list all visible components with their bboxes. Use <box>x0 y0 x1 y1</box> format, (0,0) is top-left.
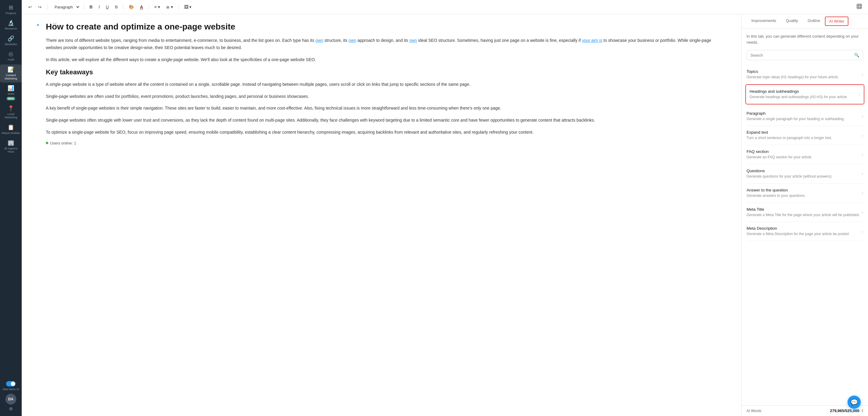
highlight-color-button[interactable]: 🎨 <box>127 3 135 10</box>
right-panel: Improvements Quality Outline AI Writer I… <box>741 14 868 416</box>
list-button[interactable]: ≣ ▾ <box>164 3 175 10</box>
feature-content-answer: Answer to the question Generate answers … <box>747 188 806 198</box>
paragraph-7-block: p To optimize a single-page website for … <box>46 129 727 136</box>
chevron-right-topics: › <box>862 72 863 77</box>
tab-outline[interactable]: Outline <box>803 14 825 28</box>
chevron-right-meta-description: › <box>862 229 863 234</box>
feature-item-paragraph[interactable]: Paragraph Generate a single paragraph fo… <box>747 107 863 126</box>
paragraph-3-block: p A single-page website is a type of web… <box>46 81 727 88</box>
feature-title-meta-description: Meta Description <box>747 226 849 231</box>
align-button[interactable]: ≡ ▾ <box>153 3 162 10</box>
info-icon[interactable]: ℹ <box>862 409 863 413</box>
feature-item-answer[interactable]: Answer to the question Generate answers … <box>747 184 863 203</box>
paragraph-5-block: p A key benefit of single-page websites … <box>46 105 727 112</box>
paragraph-2-block: p In this article, we will explore all t… <box>46 56 727 64</box>
sidebar-item-label: SMM <box>7 92 14 96</box>
feature-item-faq[interactable]: FAQ section Generate an FAQ section for … <box>747 145 863 164</box>
sidebar-item-smm[interactable]: 📊 SMM Beta <box>0 83 22 102</box>
ai-words-count: 279,965/525,000 ℹ <box>830 409 863 413</box>
feature-item-expand-text[interactable]: Expand text Turn a short sentence or par… <box>747 126 863 145</box>
sidebar-item-agency-pack[interactable]: 🏢 @ Agency Pack <box>0 138 22 156</box>
feature-desc-topics: Generate topic ideas (H1 headings) for y… <box>747 75 839 80</box>
report-builder-icon: 📋 <box>7 125 14 130</box>
ai-words-label: AI Words <box>747 409 761 413</box>
image-button[interactable]: 🖼 ▾ <box>182 3 193 10</box>
article-title[interactable]: How to create and optimize a one-page we… <box>46 21 727 32</box>
redo-button[interactable]: ↪ <box>36 3 43 10</box>
feature-content-topics: Topics Generate topic ideas (H1 headings… <box>747 69 839 80</box>
gear-icon[interactable]: ⚙ <box>9 406 13 411</box>
own-link-2[interactable]: own <box>348 38 356 43</box>
user-avatar[interactable]: DA <box>5 394 16 405</box>
beta-badge: Beta <box>7 97 15 100</box>
toggle-label: New Menu UI <box>3 388 19 391</box>
local-marketing-icon: 📍 <box>7 106 14 111</box>
p-label-1: p <box>53 37 55 41</box>
sidebar-item-label: @ Agency Pack <box>1 147 21 153</box>
paragraph-4-block: p Single-page websites are often used fo… <box>46 93 727 100</box>
sidebar-item-projects[interactable]: ⊞ Projects <box>0 2 22 17</box>
chat-icon: 💬 <box>850 398 858 406</box>
undo-button[interactable]: ↩ <box>27 3 34 10</box>
chat-button[interactable]: 💬 <box>847 395 861 409</box>
sidebar-item-audit[interactable]: ◎ Audit <box>0 49 22 64</box>
sidebar-item-content-marketing[interactable]: 📝 Content Marketing <box>0 64 22 83</box>
text-color-button[interactable]: A <box>138 3 145 10</box>
tab-ai-writer[interactable]: AI Writer <box>825 16 848 26</box>
sidebar-bottom: New Menu UI DA ⚙ <box>0 379 22 414</box>
paragraph-4[interactable]: Single-page websites are often used for … <box>46 93 727 100</box>
paragraph-7[interactable]: To optimize a single-page website for SE… <box>46 129 727 136</box>
feature-desc-expand-text: Turn a short sentence or paragraph into … <box>747 135 832 141</box>
audit-icon: ◎ <box>8 51 13 57</box>
projects-icon: ⊞ <box>9 5 13 10</box>
paragraph-format-select[interactable]: Paragraph Heading 1 Heading 2 Heading 3 <box>51 3 80 11</box>
your-aim-link[interactable]: your aim is <box>582 38 602 43</box>
sidebar-item-report-builder[interactable]: 📋 Report Builder <box>0 122 22 137</box>
settings-icon-button[interactable] <box>855 2 863 11</box>
feature-item-questions[interactable]: Questions Generate questions for your ar… <box>747 164 863 184</box>
p-label-3: p <box>53 81 55 85</box>
search-input[interactable] <box>750 53 852 58</box>
panel-body: In this tab, you can generate different … <box>742 29 868 405</box>
sidebar-item-local-marketing[interactable]: 📍 Local Marketing <box>0 103 22 122</box>
sidebar-item-backlinks[interactable]: 🔗 Backlinks <box>0 33 22 48</box>
feature-content-faq: FAQ section Generate an FAQ section for … <box>747 149 812 160</box>
backlinks-icon: 🔗 <box>7 36 14 41</box>
feature-item-meta-title[interactable]: Meta Title Generate a Meta Title for the… <box>747 203 863 222</box>
key-takeaways-heading[interactable]: Key takeaways <box>46 68 727 76</box>
paragraph-5[interactable]: A key benefit of single-page websites is… <box>46 105 727 112</box>
chevron-right-headings: › <box>859 92 860 97</box>
underline-button[interactable]: U <box>104 3 111 10</box>
sidebar-item-label: Content Marketing <box>1 73 21 80</box>
own-link-3[interactable]: own <box>409 38 417 43</box>
paragraph-6[interactable]: Single-page websites often struggle with… <box>46 117 727 124</box>
feature-title-questions: Questions <box>747 169 832 173</box>
chevron-right-paragraph: › <box>862 114 863 118</box>
search-icon: 🔍 <box>854 53 859 58</box>
research-icon: 🔬 <box>7 20 14 26</box>
new-menu-ui-toggle[interactable] <box>6 381 16 386</box>
italic-button[interactable]: I <box>97 3 101 10</box>
p-label-4: p <box>53 93 55 97</box>
sidebar: ⊞ Projects 🔬 Research 🔗 Backlinks ◎ Audi… <box>0 0 22 416</box>
sidebar-item-label: Report Builder <box>2 131 20 135</box>
paragraph-2[interactable]: In this article, we will explore all the… <box>46 56 727 64</box>
sidebar-item-label: Research <box>5 27 17 30</box>
tab-quality[interactable]: Quality <box>781 14 803 28</box>
feature-desc-headings: Generate headings and subheadings (H2-H3… <box>749 95 848 100</box>
tab-improvements[interactable]: Improvements <box>747 14 781 28</box>
feature-desc-answer: Generate answers to your questions. <box>747 193 806 198</box>
strikethrough-button[interactable]: S <box>113 3 119 10</box>
h2-block: h2 Key takeaways <box>46 68 727 76</box>
sidebar-item-research[interactable]: 🔬 Research <box>0 18 22 33</box>
bold-button[interactable]: B <box>88 3 94 10</box>
feature-item-topics[interactable]: Topics Generate topic ideas (H1 headings… <box>747 65 863 84</box>
paragraph-1[interactable]: There are tons of different website type… <box>46 37 727 51</box>
feature-title-meta-title: Meta Title <box>747 207 860 212</box>
feature-item-headings[interactable]: Headings and subheadings Generate headin… <box>745 84 864 104</box>
own-link-1[interactable]: own <box>315 38 323 43</box>
editor-area[interactable]: h1 ✦ How to create and optimize a one-pa… <box>22 14 741 416</box>
feature-item-meta-description[interactable]: Meta Description Generate a Meta Descrip… <box>747 222 863 241</box>
paragraph-3[interactable]: A single-page website is a type of websi… <box>46 81 727 88</box>
feature-content-paragraph: Paragraph Generate a single paragraph fo… <box>747 111 845 122</box>
